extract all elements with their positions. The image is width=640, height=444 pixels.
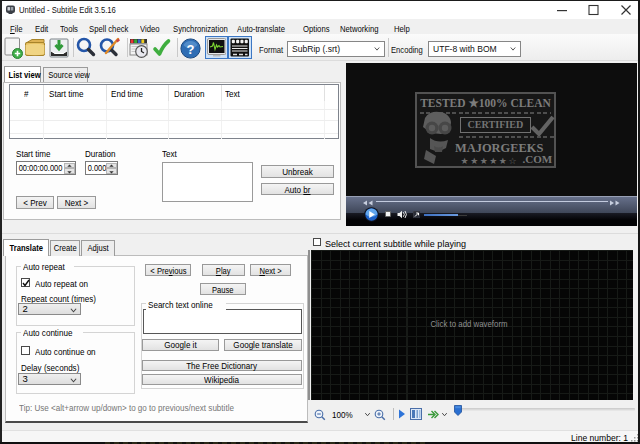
svg-text:?: ? xyxy=(186,41,194,56)
